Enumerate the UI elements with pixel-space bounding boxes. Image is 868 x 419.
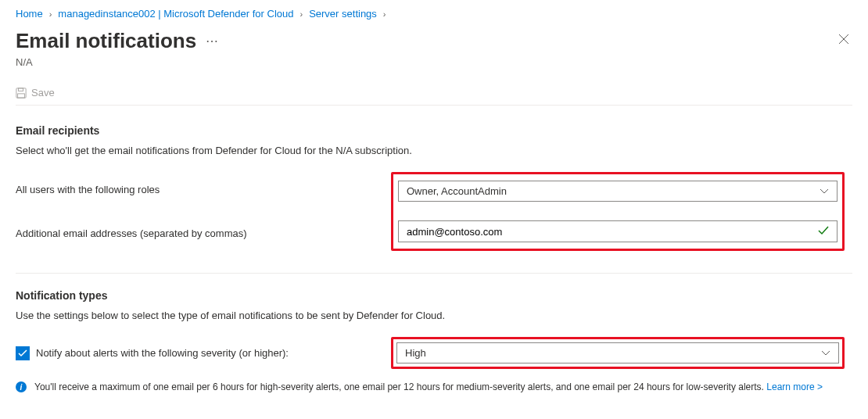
roles-value: Owner, AccountAdmin: [407, 185, 507, 197]
severity-checkbox[interactable]: [16, 346, 30, 360]
severity-value: High: [405, 347, 426, 359]
roles-label: All users with the following roles: [16, 184, 391, 195]
emails-label: Additional email addresses (separated by…: [16, 227, 391, 239]
breadcrumb-home[interactable]: Home: [16, 8, 43, 20]
breadcrumb: Home › managedinstance002 | Microsoft De…: [16, 8, 852, 20]
section-recipients-title: Email recipients: [16, 124, 852, 137]
breadcrumb-server-settings[interactable]: Server settings: [309, 8, 377, 20]
save-icon: [16, 88, 27, 98]
svg-rect-3: [19, 88, 23, 91]
section-email-recipients: Email recipients Select who'll get the e…: [16, 124, 852, 251]
severity-dropdown[interactable]: High: [396, 342, 839, 363]
page-subtitle: N/A: [16, 56, 852, 68]
severity-label-row: Notify about alerts with the following s…: [16, 346, 391, 360]
chevron-right-icon: ›: [383, 9, 386, 19]
svg-rect-4: [18, 93, 25, 97]
section-recipients-desc: Select who'll get the email notification…: [16, 145, 852, 156]
roles-dropdown[interactable]: Owner, AccountAdmin: [398, 181, 838, 202]
breadcrumb-instance[interactable]: managedinstance002 | Microsoft Defender …: [58, 8, 293, 20]
info-text: You'll receive a maximum of one email pe…: [34, 381, 764, 392]
page-title: Email notifications ⋯: [16, 29, 219, 53]
save-button[interactable]: Save: [16, 87, 55, 98]
info-bar: i You'll receive a maximum of one email …: [16, 381, 852, 392]
divider: [16, 273, 852, 274]
chevron-right-icon: ›: [49, 9, 52, 19]
close-icon: [838, 34, 849, 45]
toolbar: Save: [16, 81, 852, 106]
chevron-right-icon: ›: [299, 9, 303, 19]
learn-more-link[interactable]: Learn more >: [766, 381, 823, 392]
section-types-desc: Use the settings below to select the typ…: [16, 310, 852, 321]
section-notification-types: Notification types Use the settings belo…: [16, 289, 852, 392]
section-types-title: Notification types: [16, 289, 852, 302]
emails-input[interactable]: [407, 226, 818, 238]
emails-input-wrapper[interactable]: [398, 220, 838, 242]
save-label: Save: [31, 87, 55, 98]
close-button[interactable]: [835, 29, 852, 52]
check-icon: [818, 225, 829, 238]
chevron-down-icon: [820, 185, 829, 197]
page-title-text: Email notifications: [16, 29, 196, 53]
chevron-down-icon: [821, 347, 830, 359]
checkmark-icon: [18, 349, 27, 357]
severity-label: Notify about alerts with the following s…: [36, 347, 289, 359]
info-icon: i: [16, 381, 27, 392]
more-options-icon[interactable]: ⋯: [206, 34, 219, 48]
